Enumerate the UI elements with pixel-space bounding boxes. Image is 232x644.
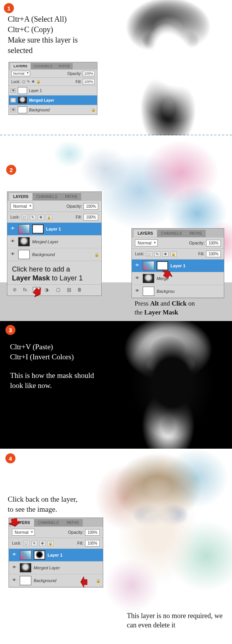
lock-all-icon[interactable]: 🔒	[36, 80, 41, 84]
visibility-icon[interactable]: 👁	[10, 108, 16, 112]
blend-mode-select[interactable]: Normal	[135, 239, 158, 246]
layer-thumb	[18, 87, 27, 94]
layer-name: Layer 1	[46, 227, 61, 231]
lock-brush-icon[interactable]: ✎	[154, 251, 160, 257]
tab-layers[interactable]: LAYERS	[134, 230, 157, 237]
trash-icon[interactable]: 🗑	[76, 287, 83, 293]
blend-mode-select[interactable]: Normal▼	[11, 71, 30, 76]
layer-thumb	[143, 261, 154, 270]
visibility-icon[interactable]: 👁	[134, 263, 140, 268]
layer-thumb[interactable]	[20, 550, 31, 560]
lock-icon: 🔒	[91, 108, 96, 112]
visibility-icon[interactable]: 👁	[11, 578, 17, 583]
layers-panel-small: LAYERS CHANNELS PATHS Normal▼ Opacity: 1…	[9, 62, 97, 115]
tab-paths[interactable]: PATHS	[186, 230, 206, 237]
opacity-label: Opacity:	[67, 72, 82, 76]
visibility-icon[interactable]: 👁	[134, 276, 140, 281]
opacity-label: Opacity:	[68, 530, 84, 535]
tab-layers[interactable]: LAYERS	[9, 193, 32, 200]
layer-row-background[interactable]: 👁 Background 🔒	[9, 105, 97, 114]
layer-mask-thumb[interactable]	[32, 224, 44, 234]
tab-paths[interactable]: PATHS	[61, 193, 81, 200]
lock-brush-icon[interactable]: ✎	[27, 80, 30, 84]
layer-row-layer1[interactable]: 👁 Layer 1	[7, 223, 101, 236]
lock-all-icon[interactable]: 🔒	[171, 251, 177, 257]
lock-pixels-icon[interactable]: ▢	[22, 215, 28, 220]
caption-b: Press Alt and Click on the Layer Mask	[135, 299, 195, 317]
opacity-value[interactable]: 100%	[206, 240, 221, 246]
fill-value[interactable]: 100%	[84, 214, 98, 220]
tab-channels[interactable]: CHANNELS	[34, 519, 63, 526]
layer-thumb	[18, 237, 30, 246]
panel-spacer: Click here to add a Layer Mask to Layer …	[7, 261, 101, 284]
layer-name: Merged Layer	[34, 565, 60, 570]
layer-row-layer1[interactable]: 👁 Layer 1	[132, 260, 224, 272]
tab-paths[interactable]: PATHS	[63, 519, 83, 526]
lock-move-icon[interactable]: ✥	[38, 215, 44, 220]
blend-mode-select[interactable]: Normal	[10, 203, 33, 210]
layer-mask-thumb[interactable]	[34, 550, 45, 560]
lock-all-icon[interactable]: 🔒	[46, 215, 52, 220]
lock-pixels-icon[interactable]: ▢	[146, 251, 152, 257]
blend-row: Normal▼ Opacity: 100%	[9, 69, 97, 77]
lock-icon: 🔒	[94, 253, 99, 257]
visibility-icon[interactable]: 👁	[134, 289, 140, 294]
step4-instr: Click back on the layer, to see the imag…	[8, 494, 77, 514]
layers-panel-b: LAYERS CHANNELS PATHS Normal Opacity: 10…	[131, 228, 224, 298]
opacity-label: Opacity:	[189, 241, 205, 245]
lock-brush-icon[interactable]: ✎	[30, 215, 36, 220]
step4-caption2: This layer is no more required, we can e…	[127, 611, 223, 630]
step3-line2: Cltr+I (Invert Colors)	[10, 352, 74, 362]
new-layer-icon[interactable]: ▤	[65, 287, 72, 293]
visibility-icon[interactable]: 👁	[11, 565, 17, 571]
lock-brush-icon[interactable]: ✎	[31, 541, 38, 546]
tab-channels[interactable]: CHANNELS	[31, 63, 56, 69]
visibility-icon[interactable]: 👁	[10, 239, 16, 244]
visibility-icon[interactable]: 👁	[10, 252, 16, 257]
layer-thumb	[18, 224, 30, 234]
portrait-inverted	[104, 321, 232, 449]
fill-value[interactable]: 100%	[83, 79, 95, 84]
lock-all-icon[interactable]: 🔒	[48, 541, 54, 546]
layer-thumb	[143, 287, 154, 296]
step-badge-4: 4	[5, 453, 15, 463]
lock-move-icon[interactable]: ✥	[162, 251, 169, 257]
visibility-icon[interactable]: 👁	[11, 552, 17, 558]
lock-move-icon[interactable]: ✥	[39, 541, 46, 546]
lock-pixels-icon[interactable]: ▢	[23, 541, 29, 546]
new-group-icon[interactable]: ▢	[55, 287, 61, 293]
caption-a-line1: Click here to add a	[12, 265, 97, 274]
step-badge-3: 3	[5, 325, 15, 335]
layer-row-background[interactable]: 👁 Backgrou	[132, 285, 224, 298]
layer-row-layer1[interactable]: 👁 Layer 1	[9, 549, 103, 562]
opacity-value[interactable]: 100%	[85, 529, 100, 536]
step-1: 1 Cltr+A (Select All) Cltr+C (Copy) Make…	[0, 0, 232, 135]
fill-value[interactable]: 100%	[85, 540, 100, 547]
layer-row-merged[interactable]: 👁 Merged Layer	[9, 95, 97, 105]
step-3: 3 Cltr+V (Paste) Cltr+I (Invert Colors) …	[0, 321, 232, 449]
tab-channels[interactable]: CHANNELS	[157, 230, 186, 237]
layer-row-background[interactable]: 👁 Background 🔒	[7, 248, 101, 261]
tab-channels[interactable]: CHANNELS	[32, 193, 61, 200]
visibility-icon[interactable]: 👁	[10, 98, 16, 102]
step3-instr2: This is how the mask should look like no…	[10, 371, 95, 390]
lock-icon: 🔒	[96, 579, 101, 583]
layer-row-merged[interactable]: 👁 Merged Layer	[7, 236, 101, 248]
layer-thumb	[20, 563, 31, 572]
lock-pixels-icon[interactable]: ▢	[22, 80, 26, 84]
tab-layers[interactable]: LAYERS	[10, 63, 31, 69]
tab-paths[interactable]: PATHS	[56, 63, 73, 69]
layer-row-layer1[interactable]: 👁 Layer 1	[9, 85, 97, 95]
lock-label: Lock:	[10, 215, 20, 219]
opacity-value[interactable]: 100%	[84, 203, 98, 210]
visibility-icon[interactable]: 👁	[10, 88, 16, 93]
step-4: 4 Click back on the layer, to see the im…	[0, 449, 232, 644]
lock-move-icon[interactable]: ✥	[32, 80, 35, 84]
visibility-icon[interactable]: 👁	[10, 226, 16, 232]
layer-name: Merged Layer	[29, 98, 54, 102]
fill-value[interactable]: 100%	[206, 251, 221, 257]
step1-line4: selected	[8, 45, 78, 56]
layer-name: Background	[32, 252, 55, 257]
opacity-value[interactable]: 100%	[83, 71, 95, 76]
link-layers-icon[interactable]: ⊘	[11, 287, 18, 293]
